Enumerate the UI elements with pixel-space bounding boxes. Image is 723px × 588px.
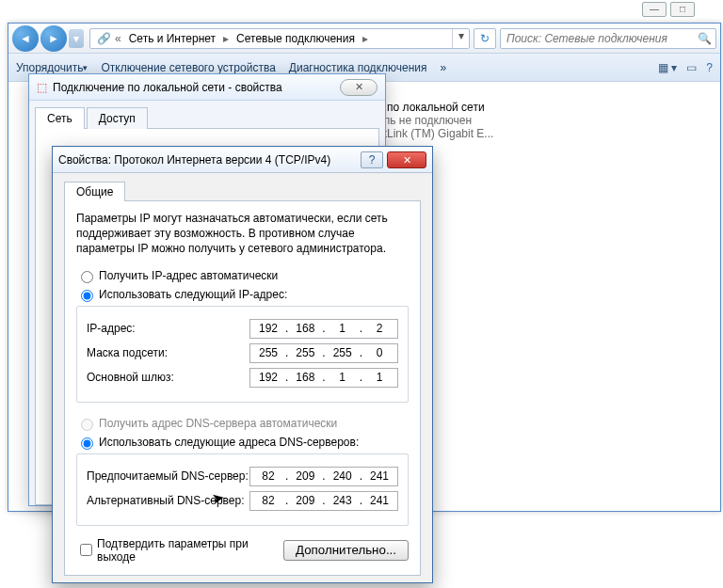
radio-ip-manual-label: Использовать следующий IP-адрес: [99,288,287,301]
label-gateway: Основной шлюз: [87,371,249,384]
minimize-button[interactable]: — [642,2,667,17]
gateway-field[interactable]: . . . [249,368,398,388]
crumb-sep-icon: « [113,32,123,45]
properties-title: Подключение по локальной сети - свойства [53,81,282,94]
ip-c[interactable] [327,321,359,336]
help-button[interactable]: ? [361,151,383,168]
dns1-d[interactable] [363,469,395,484]
label-dns2: Альтернативный DNS-сервер: [87,494,249,507]
tab-network[interactable]: Сеть [35,107,85,129]
label-dns1: Предпочитаемый DNS-сервер: [87,469,249,483]
ipv4-properties-dialog: Свойства: Протокол Интернета версии 4 (T… [52,146,433,583]
preferred-dns-field[interactable]: . . . [249,467,398,486]
radio-dns-manual-label: Использовать следующие адреса DNS-сервер… [99,436,359,449]
tab-access[interactable]: Доступ [87,107,148,129]
dns2-d[interactable] [363,493,395,508]
close-button[interactable]: ✕ [387,151,426,168]
radio-dns-manual[interactable] [81,437,93,450]
tab-general[interactable]: Общие [64,182,125,201]
gw-a[interactable] [252,370,284,385]
gw-d[interactable] [363,370,395,385]
mask-d[interactable] [363,345,395,360]
ip-description: Параметры IP могут назначаться автоматич… [76,211,409,257]
validate-label: Подтвердить параметры при выходе [97,537,283,564]
mask-b[interactable] [289,345,321,360]
disable-device-button[interactable]: Отключение сетевого устройства [101,61,275,74]
ip-d[interactable] [363,321,395,336]
diagnostics-button[interactable]: Диагностика подключения [289,61,427,74]
connection-device: etLink (TM) Gigabit E... [378,127,709,140]
breadcrumb[interactable]: 🔗 « Сеть и Интернет ▸ Сетевые подключени… [89,28,470,49]
dns1-c[interactable] [327,469,359,484]
organize-menu[interactable]: Упорядочить [16,61,88,74]
radio-ip-manual[interactable] [81,290,93,302]
ip-group: IP-адрес: . . . Маска подсети: . . . [76,306,409,403]
dns2-c[interactable] [327,493,359,508]
gw-b[interactable] [289,370,321,385]
refresh-button[interactable]: ↻ [474,28,496,49]
search-input[interactable] [505,31,698,46]
connection-name: е по локальной сети [378,101,709,114]
radio-ip-auto-label: Получить IP-адрес автоматически [99,269,278,282]
radio-dns-auto [81,419,93,431]
search-icon: 🔍 [698,32,712,45]
dns1-b[interactable] [289,469,321,484]
view-icons-button[interactable]: ▦ ▾ [658,61,677,74]
chevron-right-icon: ▸ [221,32,231,45]
radio-ip-auto[interactable] [81,271,93,283]
properties-icon: ⬚ [37,81,47,94]
ip-address-field[interactable]: . . . [249,319,398,339]
connection-status: ель не подключен [378,114,709,127]
label-mask: Маска подсети: [87,346,249,359]
dialog-title: Свойства: Протокол Интернета версии 4 (T… [58,153,361,167]
network-icon: 🔗 [94,32,113,45]
validate-checkbox[interactable] [80,544,92,556]
alternate-dns-field[interactable]: . . . [249,491,398,511]
chevron-right-icon: ▸ [361,32,370,45]
nav-back-button[interactable]: ◄ [12,25,39,52]
gw-c[interactable] [327,370,359,385]
advanced-button[interactable]: Дополнительно... [283,540,409,561]
close-button[interactable]: ✕ [340,79,378,96]
nav-forward-button[interactable]: ► [40,25,67,52]
nav-recent-button[interactable]: ▾ [69,29,84,48]
search-box[interactable]: 🔍 [500,28,716,49]
dns2-b[interactable] [289,493,321,508]
help-button[interactable]: ? [706,61,713,74]
preview-pane-button[interactable]: ▭ [686,61,697,74]
dns-group: Предпочитаемый DNS-сервер: . . . Альтерн… [76,453,409,526]
maximize-button[interactable]: □ [670,2,695,17]
breadcrumb-dropdown-icon[interactable]: ▾ [452,29,469,48]
crumb-2[interactable]: Сетевые подключения [231,32,361,45]
ip-a[interactable] [252,321,284,336]
crumb-1[interactable]: Сеть и Интернет [123,32,221,45]
dns1-a[interactable] [252,469,284,484]
address-bar: ◄ ► ▾ 🔗 « Сеть и Интернет ▸ Сетевые подк… [8,24,720,54]
dns2-a[interactable] [252,493,284,508]
toolbar-overflow[interactable]: » [441,61,447,74]
subnet-mask-field[interactable]: . . . [249,343,398,363]
radio-dns-auto-label: Получить адрес DNS-сервера автоматически [99,417,337,430]
ip-b[interactable] [289,321,321,336]
label-ip: IP-адрес: [87,322,249,335]
mask-a[interactable] [252,345,284,360]
connection-item[interactable]: е по локальной сети ель не подключен etL… [378,97,709,144]
mask-c[interactable] [327,345,359,360]
